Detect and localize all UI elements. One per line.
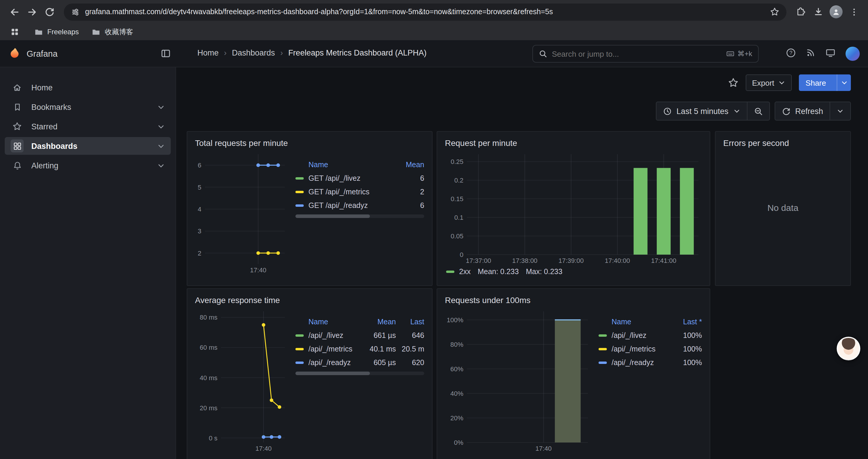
legend-row[interactable]: /api/_/readyz100%: [598, 356, 702, 369]
sidebar-item-home[interactable]: Home: [5, 78, 171, 96]
svg-text:2: 2: [198, 250, 201, 257]
series-label[interactable]: 2xx: [459, 268, 471, 276]
grafana-brand[interactable]: Grafana: [8, 47, 58, 60]
series-mean: Mean: 0.233: [478, 268, 519, 276]
legend-scrollbar[interactable]: [296, 215, 424, 218]
user-avatar[interactable]: [845, 47, 860, 61]
series-swatch: [296, 191, 304, 193]
sidebar-toggle-icon[interactable]: [161, 48, 171, 59]
panel-title[interactable]: Average response time: [195, 294, 424, 306]
chevron-down-icon: [837, 107, 844, 114]
svg-text:60%: 60%: [450, 365, 463, 373]
series-swatch: [296, 177, 304, 179]
address-bar[interactable]: [64, 3, 786, 21]
reload-button[interactable]: [41, 4, 58, 20]
search-bar[interactable]: ⌘+k: [532, 45, 759, 63]
breadcrumb-dashboards[interactable]: Dashboards: [232, 48, 275, 57]
svg-text:3: 3: [198, 227, 201, 235]
monitor-icon[interactable]: [826, 47, 836, 60]
legend-row[interactable]: /api/_/metrics40.1 ms20.5 m: [296, 342, 424, 356]
zoom-out-icon: [754, 107, 763, 116]
zoom-out-button[interactable]: [747, 102, 769, 120]
chevron-down-icon[interactable]: [157, 123, 165, 130]
svg-text:17:40: 17:40: [250, 266, 266, 274]
average-response-time-chart[interactable]: 80 ms60 ms40 ms20 ms0 s17:40: [195, 306, 289, 453]
legend-scrollbar[interactable]: [296, 371, 424, 375]
favorite-star-icon[interactable]: [728, 77, 738, 88]
bookmark-label: 收藏博客: [105, 27, 133, 37]
chevron-down-icon[interactable]: [157, 142, 165, 150]
scrollbar-thumb[interactable]: [296, 371, 370, 375]
svg-text:17:37:00: 17:37:00: [466, 257, 491, 264]
share-menu-caret[interactable]: [837, 74, 851, 91]
requests-under-100ms-chart[interactable]: 100%80%60%40%20%0%17:40: [445, 306, 593, 453]
time-range-picker[interactable]: Last 5 minutes: [656, 102, 747, 120]
svg-text:4: 4: [198, 205, 201, 213]
sidebar-item-starred[interactable]: Starred: [5, 118, 171, 135]
sidebar-item-bookmarks[interactable]: Bookmarks: [5, 98, 171, 116]
legend[interactable]: 2xx Mean: 0.233 Max: 0.233: [446, 268, 702, 276]
bell-icon: [11, 159, 24, 172]
refresh-interval-caret[interactable]: [830, 102, 850, 120]
back-button[interactable]: [6, 4, 23, 20]
legend-row[interactable]: /api/_/livez100%: [598, 328, 702, 342]
url-input[interactable]: [85, 8, 765, 16]
series-swatch: [296, 334, 304, 336]
sidebar-item-dashboards[interactable]: Dashboards: [5, 137, 171, 155]
bookmark-item-blogs[interactable]: 收藏博客: [92, 27, 133, 37]
apps-grid-icon[interactable]: [8, 25, 21, 38]
panel-title[interactable]: Total requests per minute: [195, 136, 424, 150]
legend-table-wrap: NameLast */api/_/livez100%/api/_/metrics…: [598, 315, 702, 453]
bookmark-star-icon[interactable]: [770, 7, 779, 17]
scrollbar-thumb[interactable]: [296, 215, 370, 218]
share-label[interactable]: Share: [799, 74, 833, 91]
legend-row[interactable]: GET /api/_/readyz6: [296, 198, 424, 212]
chevron-down-icon: [778, 79, 785, 86]
legend-table[interactable]: NameLast */api/_/livez100%/api/_/metrics…: [598, 315, 702, 369]
floating-avatar[interactable]: [837, 337, 860, 360]
dashboard-canvas: Export Share Last 5 minutes: [177, 67, 868, 459]
export-button[interactable]: Export: [745, 74, 792, 91]
legend-row[interactable]: /api/_/readyz605 µs620: [296, 356, 424, 369]
help-icon[interactable]: ?: [786, 47, 796, 60]
panel-average-response-time: Average response time 80 ms60 ms40 ms20 …: [187, 288, 433, 459]
browser-profile-avatar[interactable]: [828, 4, 844, 20]
share-button[interactable]: Share: [799, 74, 851, 91]
bookmark-icon: [11, 100, 24, 113]
legend-row[interactable]: /api/_/livez661 µs646: [296, 328, 424, 342]
site-info-icon[interactable]: [71, 7, 80, 16]
chevron-down-icon[interactable]: [157, 162, 165, 169]
svg-text:0%: 0%: [454, 439, 464, 446]
breadcrumb-current: Freeleaps Metrics Dashboard (ALPHA): [288, 48, 427, 57]
chevron-down-icon[interactable]: [157, 103, 165, 111]
bookmark-item-freeleaps[interactable]: Freeleaps: [34, 28, 79, 36]
downloads-icon[interactable]: [810, 4, 827, 20]
request-per-minute-chart[interactable]: 0.250.20.150.10.05017:37:0017:38:0017:39…: [445, 150, 703, 265]
panel-title[interactable]: Request per minute: [445, 136, 702, 150]
refresh-button[interactable]: Refresh: [775, 102, 830, 120]
brand-name: Grafana: [27, 49, 58, 59]
panel-title[interactable]: Errors per second: [723, 136, 843, 150]
breadcrumb-separator: ›: [280, 48, 283, 57]
breadcrumb-home[interactable]: Home: [197, 48, 219, 57]
time-range-label: Last 5 minutes: [677, 107, 728, 116]
browser-menu-icon[interactable]: [845, 4, 862, 20]
total-requests-chart[interactable]: 6543217:40: [195, 150, 289, 275]
svg-text:80%: 80%: [450, 341, 463, 348]
news-rss-icon[interactable]: [806, 48, 815, 60]
legend-row[interactable]: /api/_/metrics100%: [598, 342, 702, 356]
search-input[interactable]: [552, 49, 721, 58]
legend-table[interactable]: NameMeanLast/api/_/livez661 µs646/api/_/…: [296, 315, 424, 369]
sidebar-item-label: Dashboards: [31, 141, 150, 150]
dashboard-actions: Export Share: [728, 74, 851, 91]
legend-row[interactable]: GET /api/_/metrics2: [296, 185, 424, 198]
forward-button[interactable]: [24, 4, 40, 20]
sidebar-item-alerting[interactable]: Alerting: [5, 157, 171, 174]
breadcrumb-separator: ›: [224, 48, 226, 57]
panel-title[interactable]: Requests under 100ms: [445, 294, 702, 306]
extensions-icon[interactable]: [793, 4, 809, 20]
legend-row[interactable]: GET /api/_/livez6: [296, 171, 424, 185]
svg-text:0.1: 0.1: [454, 214, 464, 221]
svg-text:5: 5: [198, 184, 201, 191]
legend-table[interactable]: NameMeanGET /api/_/livez6GET /api/_/metr…: [296, 158, 424, 212]
